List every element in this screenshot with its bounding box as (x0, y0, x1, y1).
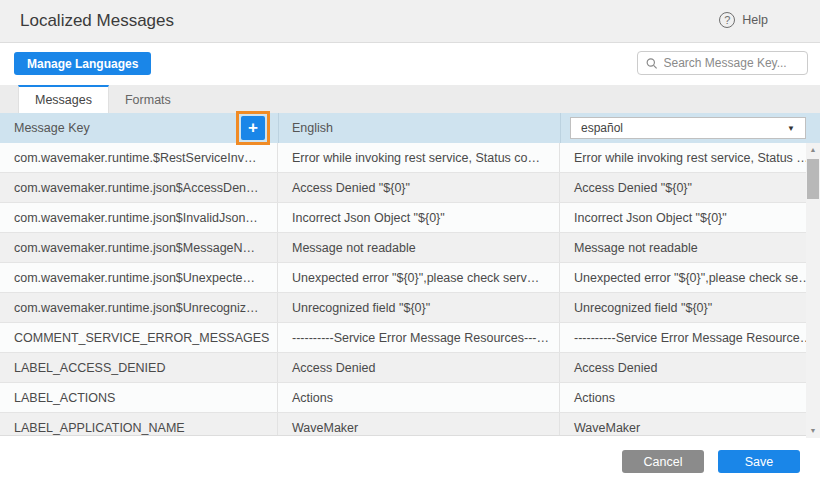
scroll-down-icon[interactable]: ▼ (806, 424, 820, 438)
cell-spanish[interactable]: Unexpected error "${0}",please check se… (560, 263, 806, 292)
manage-languages-button[interactable]: Manage Languages (14, 52, 151, 75)
footer: Cancel Save (0, 438, 820, 490)
help-link[interactable]: ? Help (719, 12, 768, 28)
tab-formats[interactable]: Formats (109, 85, 187, 113)
cell-message-key[interactable]: com.wavemaker.runtime.json$Unrecogniz… (0, 293, 278, 322)
cancel-button[interactable]: Cancel (622, 450, 704, 473)
cell-message-key[interactable]: com.wavemaker.runtime.json$MessageN… (0, 233, 278, 262)
cell-spanish[interactable]: Unrecognized field "${0}" (560, 293, 806, 322)
table-row[interactable]: com.wavemaker.runtime.json$Unrecogniz… U… (0, 293, 806, 323)
add-button-highlight: + (236, 111, 270, 145)
cell-message-key[interactable]: LABEL_ACCESS_DENIED (0, 353, 278, 382)
cell-spanish[interactable]: ----------Service Error Message Resource… (560, 323, 806, 352)
cell-english[interactable]: WaveMaker (278, 413, 560, 436)
grid-header: Message Key + English español ▼ (0, 113, 820, 143)
vertical-scrollbar[interactable]: ▲ ▼ (806, 143, 820, 438)
table-row[interactable]: com.wavemaker.runtime.$RestServiceInv… E… (0, 143, 806, 173)
toolbar: Manage Languages (0, 44, 820, 85)
column-divider (560, 113, 561, 143)
column-divider (278, 113, 279, 143)
cell-spanish[interactable]: Access Denied "${0}" (560, 173, 806, 202)
table-row[interactable]: com.wavemaker.runtime.json$InvalidJson… … (0, 203, 806, 233)
table-row[interactable]: com.wavemaker.runtime.json$MessageN… Mes… (0, 233, 806, 263)
scroll-up-icon[interactable]: ▲ (806, 143, 820, 157)
cell-message-key[interactable]: com.wavemaker.runtime.json$InvalidJson… (0, 203, 278, 232)
table-row[interactable]: com.wavemaker.runtime.json$AccessDen… Ac… (0, 173, 806, 203)
table-row[interactable]: LABEL_APPLICATION_NAME WaveMaker WaveMak… (0, 413, 806, 436)
cell-message-key[interactable]: com.wavemaker.runtime.$RestServiceInv… (0, 143, 278, 172)
table-row[interactable]: LABEL_ACTIONS Actions Actions (0, 383, 806, 413)
cell-spanish[interactable]: Incorrect Json Object "${0}" (560, 203, 806, 232)
tab-strip: Messages Formats (0, 85, 820, 113)
search-box[interactable] (637, 51, 808, 75)
search-input[interactable] (664, 56, 799, 70)
add-message-key-button[interactable]: + (241, 116, 265, 140)
tab-messages[interactable]: Messages (18, 85, 109, 113)
table-row[interactable]: COMMENT_SERVICE_ERROR_MESSAGES ---------… (0, 323, 806, 353)
cell-message-key[interactable]: COMMENT_SERVICE_ERROR_MESSAGES (0, 323, 278, 352)
cell-english[interactable]: Access Denied "${0}" (278, 173, 560, 202)
cell-spanish[interactable]: Actions (560, 383, 806, 412)
scrollbar-thumb[interactable] (807, 159, 819, 199)
language-select-value: español (581, 121, 787, 135)
cell-message-key[interactable]: LABEL_APPLICATION_NAME (0, 413, 278, 436)
cell-english[interactable]: Access Denied (278, 353, 560, 382)
help-icon: ? (719, 12, 735, 28)
cell-english[interactable]: Error while invoking rest service, Statu… (278, 143, 560, 172)
language-select[interactable]: español ▼ (570, 117, 806, 139)
cell-english[interactable]: Unexpected error "${0}",please check ser… (278, 263, 560, 292)
cell-message-key[interactable]: com.wavemaker.runtime.json$AccessDen… (0, 173, 278, 202)
cell-english[interactable]: ----------Service Error Message Resource… (278, 323, 560, 352)
cell-message-key[interactable]: LABEL_ACTIONS (0, 383, 278, 412)
grid-body: com.wavemaker.runtime.$RestServiceInv… E… (0, 143, 806, 436)
column-header-message-key: Message Key (14, 121, 90, 135)
title-bar: Localized Messages ? Help (0, 0, 820, 43)
table-row[interactable]: com.wavemaker.runtime.json$Unexpecte… Un… (0, 263, 806, 293)
cell-spanish[interactable]: Access Denied (560, 353, 806, 382)
save-button[interactable]: Save (718, 450, 800, 473)
search-icon (646, 57, 658, 70)
help-label: Help (742, 13, 768, 27)
cell-english[interactable]: Incorrect Json Object "${0}" (278, 203, 560, 232)
cell-english[interactable]: Message not readable (278, 233, 560, 262)
cell-spanish[interactable]: Message not readable (560, 233, 806, 262)
cell-english[interactable]: Actions (278, 383, 560, 412)
cell-spanish[interactable]: WaveMaker (560, 413, 806, 436)
cell-message-key[interactable]: com.wavemaker.runtime.json$Unexpecte… (0, 263, 278, 292)
column-header-english: English (292, 121, 333, 135)
cell-spanish[interactable]: Error while invoking rest service, Statu… (560, 143, 806, 172)
page-title: Localized Messages (20, 11, 174, 31)
table-row[interactable]: LABEL_ACCESS_DENIED Access Denied Access… (0, 353, 806, 383)
cell-english[interactable]: Unrecognized field "${0}" (278, 293, 560, 322)
chevron-down-icon: ▼ (787, 124, 795, 133)
